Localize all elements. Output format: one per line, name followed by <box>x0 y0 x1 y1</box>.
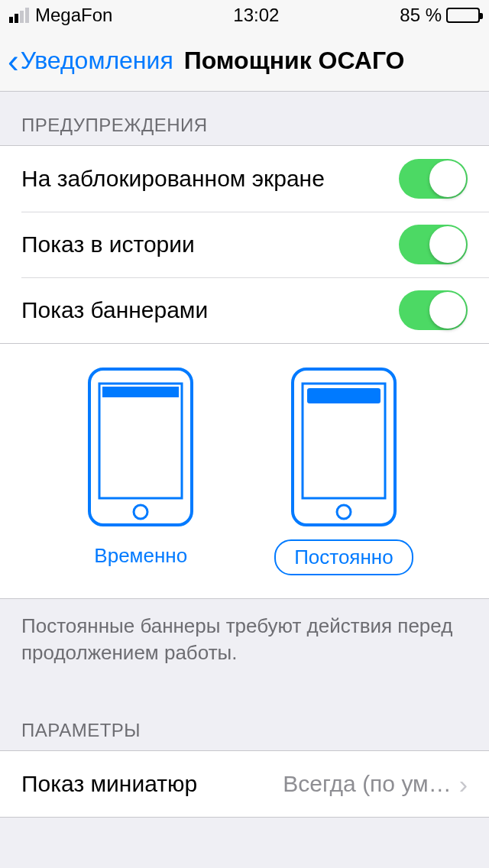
svg-rect-1 <box>99 384 182 498</box>
carrier-label: MegaFon <box>35 5 112 26</box>
status-bar: MegaFon 13:02 85 % <box>0 0 489 31</box>
battery-percent: 85 % <box>400 5 442 26</box>
svg-point-3 <box>134 505 147 519</box>
row-previews-label: Показ миниатюр <box>21 771 197 797</box>
back-label: Уведомления <box>21 47 173 75</box>
clock: 13:02 <box>233 5 279 26</box>
row-history-label: Показ в истории <box>21 232 195 257</box>
page-title: Помощник ОСАГО <box>184 47 405 75</box>
row-lock-screen-label: На заблокированном экране <box>21 166 325 192</box>
section-header-options: ПАРАМЕТРЫ <box>0 697 489 750</box>
banner-style-temporary-label: Временно <box>76 539 206 572</box>
banner-style-persistent[interactable]: Постоянно <box>274 367 413 575</box>
switch-lock-screen[interactable] <box>399 159 468 199</box>
row-history: Показ в истории <box>0 212 489 277</box>
options-group: Показ миниатюр Всегда (по ум… › <box>0 750 489 818</box>
banner-style-footer: Постоянные баннеры требуют действия пере… <box>0 599 489 697</box>
row-previews[interactable]: Показ миниатюр Всегда (по ум… › <box>0 751 489 817</box>
svg-rect-6 <box>307 388 381 403</box>
svg-rect-2 <box>102 387 179 397</box>
row-previews-value: Всегда (по ум… <box>283 771 451 797</box>
alerts-group: На заблокированном экране Показ в истори… <box>0 145 489 344</box>
banner-style-persistent-label: Постоянно <box>274 539 413 575</box>
banner-style-picker: Временно Постоянно <box>0 344 489 599</box>
phone-temporary-icon <box>87 367 194 527</box>
section-header-alerts: ПРЕДУПРЕЖДЕНИЯ <box>0 92 489 145</box>
chevron-right-icon: › <box>459 769 468 799</box>
row-banners-label: Показ баннерами <box>21 297 208 323</box>
signal-strength-icon <box>9 8 29 23</box>
row-banners: Показ баннерами <box>0 277 489 343</box>
chevron-left-icon: ‹ <box>8 44 19 78</box>
phone-persistent-icon <box>290 367 397 527</box>
battery-icon <box>446 8 480 23</box>
back-button[interactable]: ‹ Уведомления <box>8 44 173 78</box>
switch-banners[interactable] <box>399 290 468 330</box>
row-lock-screen: На заблокированном экране <box>0 146 489 212</box>
svg-point-7 <box>337 505 351 519</box>
switch-history[interactable] <box>399 225 468 264</box>
banner-style-temporary[interactable]: Временно <box>76 367 206 575</box>
navigation-bar: ‹ Уведомления Помощник ОСАГО <box>0 31 489 92</box>
